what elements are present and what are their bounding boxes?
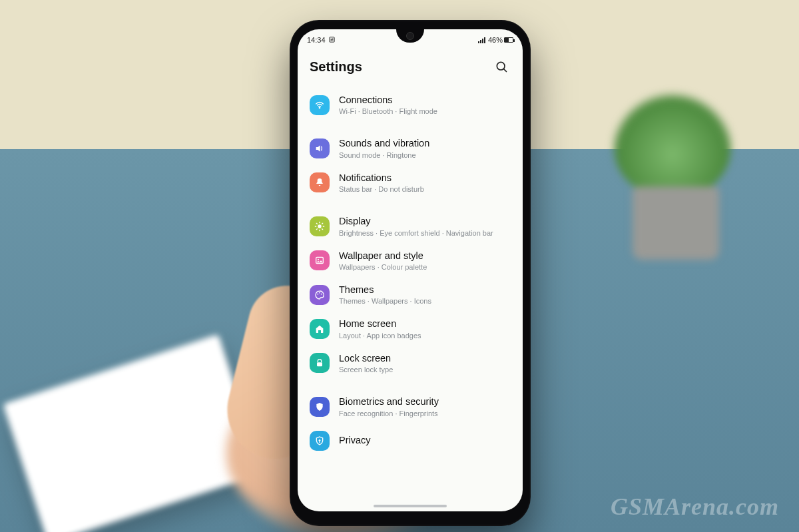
signal-icon xyxy=(478,37,485,43)
svg-line-12 xyxy=(322,223,323,224)
search-button[interactable] xyxy=(492,57,511,76)
row-title: Biometrics and security xyxy=(339,396,439,407)
settings-row-connections[interactable]: ConnectionsWi-Fi · Bluetooth · Flight mo… xyxy=(300,88,520,122)
gesture-bar[interactable] xyxy=(374,505,447,507)
header: Settings xyxy=(298,48,523,88)
status-time: 14:34 xyxy=(307,36,326,44)
bell-icon xyxy=(310,172,330,192)
svg-rect-18 xyxy=(317,363,322,367)
settings-row-notifications[interactable]: NotificationsStatus bar · Do not disturb xyxy=(300,166,520,200)
background-plant xyxy=(599,87,746,260)
row-title: Home screen xyxy=(339,318,421,330)
image-icon xyxy=(310,250,330,270)
svg-line-9 xyxy=(316,223,317,224)
row-title: Sounds and vibration xyxy=(339,138,429,149)
shield-icon xyxy=(310,397,330,417)
settings-row-wallpaper[interactable]: Wallpaper and styleWallpapers · Colour p… xyxy=(300,244,520,278)
home-icon xyxy=(310,319,330,339)
settings-row-home[interactable]: Home screenLayout · App icon badges xyxy=(300,312,520,346)
sound-icon xyxy=(310,138,330,158)
battery-indicator: 46% xyxy=(488,36,513,44)
row-title: Wallpaper and style xyxy=(339,250,427,262)
svg-line-10 xyxy=(322,229,323,230)
row-title: Themes xyxy=(339,284,431,296)
row-subtitle: Layout · App icon badges xyxy=(339,332,421,340)
background-box xyxy=(3,334,263,532)
wifi-icon xyxy=(310,95,330,115)
sun-icon xyxy=(310,216,330,236)
nfc-icon xyxy=(328,36,336,45)
phone-frame: 14:34 46% Settings ConnectionsWi-Fi · Bl… xyxy=(290,20,531,526)
page-title: Settings xyxy=(310,59,362,75)
svg-point-14 xyxy=(318,259,319,260)
row-subtitle: Face recognition · Fingerprints xyxy=(339,409,439,417)
settings-row-biometrics[interactable]: Biometrics and securityFace recognition … xyxy=(300,390,520,423)
settings-row-privacy[interactable]: Privacy xyxy=(300,424,520,457)
row-subtitle: Themes · Wallpapers · Icons xyxy=(339,297,431,305)
row-title: Lock screen xyxy=(339,353,393,364)
search-icon xyxy=(495,60,508,73)
lock-icon xyxy=(310,353,330,373)
row-title: Display xyxy=(339,216,493,227)
paint-icon xyxy=(310,285,330,305)
svg-point-16 xyxy=(319,292,320,293)
row-title: Privacy xyxy=(339,435,371,446)
row-subtitle: Wi-Fi · Bluetooth · Flight mode xyxy=(339,107,437,115)
settings-row-sounds[interactable]: Sounds and vibrationSound mode · Rington… xyxy=(300,131,520,165)
row-subtitle: Sound mode · Ringtone xyxy=(339,151,429,159)
watermark: GSMArena.com xyxy=(611,495,779,519)
privacy-icon xyxy=(310,431,330,451)
row-subtitle: Screen lock type xyxy=(339,366,393,374)
settings-row-themes[interactable]: ThemesThemes · Wallpapers · Icons xyxy=(300,278,520,312)
svg-point-3 xyxy=(319,107,320,108)
svg-point-4 xyxy=(318,224,321,228)
row-subtitle: Brightness · Eye comfort shield · Naviga… xyxy=(339,229,493,237)
svg-point-17 xyxy=(321,293,322,294)
svg-line-2 xyxy=(503,69,506,71)
settings-row-display[interactable]: DisplayBrightness · Eye comfort shield ·… xyxy=(300,209,520,243)
settings-row-lock[interactable]: Lock screenScreen lock type xyxy=(300,346,520,380)
svg-point-15 xyxy=(317,293,318,294)
row-title: Connections xyxy=(339,95,437,106)
phone-screen: 14:34 46% Settings ConnectionsWi-Fi · Bl… xyxy=(298,29,523,511)
row-subtitle: Status bar · Do not disturb xyxy=(339,185,424,193)
row-subtitle: Wallpapers · Colour palette xyxy=(339,263,427,271)
settings-list[interactable]: ConnectionsWi-Fi · Bluetooth · Flight mo… xyxy=(298,88,523,457)
row-title: Notifications xyxy=(339,172,424,184)
battery-percent: 46% xyxy=(488,36,503,44)
svg-line-11 xyxy=(316,229,317,230)
